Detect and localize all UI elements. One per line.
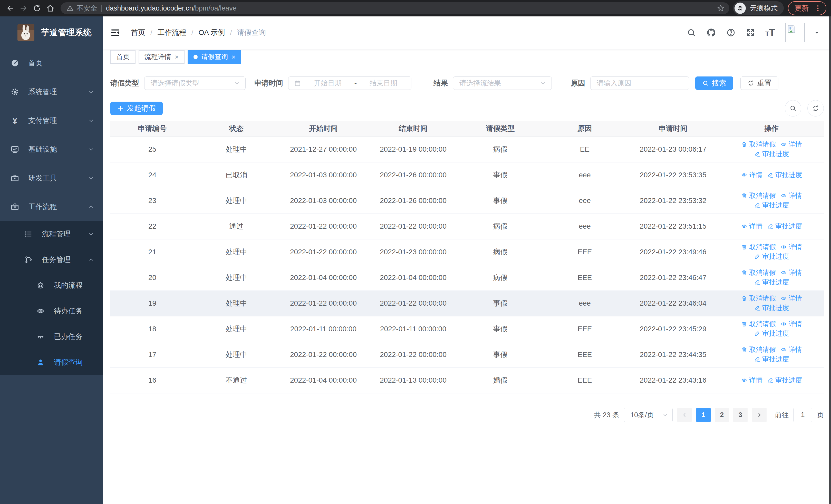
sidebar-item-infra[interactable]: 基础设施 — [0, 135, 103, 164]
progress-action-link[interactable]: 审批进度 — [754, 252, 789, 261]
cell-apply-id: 25 — [110, 137, 194, 162]
detail-action-link[interactable]: 详情 — [780, 345, 802, 354]
breadcrumb-home[interactable]: 首页 — [131, 28, 145, 37]
avatar-caret-icon[interactable] — [813, 29, 821, 36]
detail-action-link[interactable]: 详情 — [780, 191, 802, 200]
toggle-search-button[interactable] — [785, 100, 801, 117]
tab-leave-query[interactable]: 请假查询 × — [188, 50, 241, 64]
detail-action-link[interactable]: 详情 — [780, 268, 802, 277]
sidebar-item-leave-query[interactable]: 请假查询 — [0, 350, 103, 375]
refresh-table-button[interactable] — [807, 100, 824, 117]
sidebar-item-system[interactable]: 系统管理 — [0, 78, 103, 106]
fullscreen-icon[interactable] — [746, 28, 755, 37]
reason-input[interactable]: 请输入原因 — [590, 77, 689, 90]
detail-action-link[interactable]: 详情 — [741, 170, 763, 179]
window-scrollbar[interactable] — [829, 17, 831, 504]
cell-apply-id: 17 — [110, 342, 194, 367]
cancel-action-link[interactable]: 取消请假 — [741, 320, 776, 328]
cell-actions: 详情审批进度 — [719, 213, 824, 239]
leave-type-select[interactable]: 请选择请假类型 — [144, 77, 246, 90]
eye-closed-icon — [36, 333, 45, 341]
sidebar-item-process-mgmt[interactable]: 流程管理 — [0, 221, 103, 247]
browser-forward-button[interactable] — [17, 2, 30, 15]
cancel-action-link[interactable]: 取消请假 — [741, 268, 776, 277]
close-icon[interactable]: × — [231, 54, 235, 60]
sidebar-item-task-mgmt[interactable]: 任务管理 — [0, 247, 103, 272]
progress-action-link[interactable]: 审批进度 — [754, 329, 789, 338]
breadcrumb-oa-example[interactable]: OA 示例 — [199, 28, 225, 37]
reset-button[interactable]: 重置 — [740, 77, 778, 90]
cancel-action-link[interactable]: 取消请假 — [741, 242, 776, 251]
github-icon[interactable] — [706, 28, 716, 37]
page-button-2[interactable]: 2 — [715, 408, 729, 422]
cancel-action-link[interactable]: 取消请假 — [741, 191, 776, 200]
search-button[interactable]: 搜索 — [695, 77, 733, 90]
browser-back-button[interactable] — [4, 2, 17, 15]
page-button-1[interactable]: 1 — [696, 408, 711, 422]
browser-update-button[interactable]: 更新 — [788, 1, 826, 15]
help-icon[interactable] — [726, 28, 736, 37]
goto-page-input[interactable]: 1 — [793, 408, 812, 422]
sidebar-item-home[interactable]: 首页 — [0, 49, 103, 78]
leave-table: 申请编号 状态 开始时间 结束时间 请假类型 原因 申请时间 操作 25处理中2… — [110, 121, 824, 393]
cell-status: 已取消 — [194, 162, 279, 188]
cell-end-time: 2022-01-19 00:00:00 — [368, 137, 458, 162]
page-size-select[interactable]: 10条/页 — [624, 408, 672, 422]
cancel-action-link[interactable]: 取消请假 — [741, 140, 776, 149]
breadcrumb-separator: / — [192, 28, 194, 37]
reload-icon — [33, 4, 41, 12]
url-bar[interactable]: 不安全 dashboard.yudao.iocoder.cn/bpm/oa/le… — [61, 2, 729, 14]
progress-action-link[interactable]: 审批进度 — [754, 149, 789, 158]
detail-action-link[interactable]: 详情 — [780, 140, 802, 149]
omnibox-divider — [102, 5, 102, 12]
progress-action-link[interactable]: 审批进度 — [767, 222, 802, 231]
page-button-3[interactable]: 3 — [733, 408, 748, 422]
apply-time-range-picker[interactable]: 开始日期 - 结束日期 — [288, 77, 411, 90]
progress-action-link[interactable]: 审批进度 — [754, 201, 789, 210]
cancel-action-link[interactable]: 取消请假 — [741, 345, 776, 354]
create-leave-button[interactable]: 发起请假 — [110, 101, 163, 115]
result-label: 结果 — [433, 78, 448, 88]
tab-process-detail[interactable]: 流程详情 × — [139, 50, 184, 64]
progress-action-link[interactable]: 审批进度 — [754, 303, 789, 312]
sidebar-item-devtools[interactable]: 研发工具 — [0, 164, 103, 192]
sidebar-item-workflow[interactable]: 工作流程 — [0, 192, 103, 221]
browser-home-button[interactable] — [44, 2, 57, 15]
prev-page-button[interactable] — [677, 408, 692, 422]
chevron-down-icon — [233, 80, 240, 87]
progress-action-link[interactable]: 审批进度 — [754, 278, 789, 287]
cell-leave-type: 事假 — [458, 188, 543, 213]
sidebar-item-done-tasks[interactable]: 已办任务 — [0, 324, 103, 350]
progress-action-link[interactable]: 审批进度 — [767, 170, 802, 179]
browser-reload-button[interactable] — [30, 2, 44, 15]
bookmark-star-icon[interactable] — [717, 4, 725, 12]
kebab-menu-icon[interactable] — [814, 4, 822, 12]
next-page-button[interactable] — [752, 408, 767, 422]
progress-action-link[interactable]: 审批进度 — [767, 376, 802, 385]
close-icon[interactable]: × — [175, 54, 179, 60]
cell-reason: eee — [543, 291, 627, 316]
cell-start-time: 2022-01-11 00:00:00 — [279, 316, 368, 342]
sidebar-collapse-icon[interactable] — [110, 28, 120, 37]
sidebar-item-payment[interactable]: ¥ 支付管理 — [0, 106, 103, 135]
cell-reason: EE — [543, 137, 627, 162]
breadcrumb-workflow[interactable]: 工作流程 — [157, 28, 186, 37]
detail-action-link[interactable]: 详情 — [741, 222, 763, 231]
tag-tabs-bar: 首页 流程详情 × 请假查询 × — [103, 49, 831, 65]
sidebar-item-todo-tasks[interactable]: 待办任务 — [0, 298, 103, 324]
chevron-right-icon — [756, 412, 763, 418]
progress-action-link[interactable]: 审批进度 — [754, 355, 789, 364]
detail-action-link[interactable]: 详情 — [741, 376, 763, 385]
result-select[interactable]: 请选择流结果 — [453, 77, 552, 90]
sidebar-item-my-process[interactable]: 我的流程 — [0, 272, 103, 298]
avatar[interactable] — [785, 23, 805, 42]
tab-home[interactable]: 首页 — [110, 50, 136, 64]
cell-start-time: 2022-01-22 00:00:00 — [279, 239, 368, 265]
cancel-action-link[interactable]: 取消请假 — [741, 294, 776, 303]
font-size-icon[interactable]: TT — [765, 27, 775, 38]
detail-action-link[interactable]: 详情 — [780, 294, 802, 303]
detail-action-link[interactable]: 详情 — [780, 242, 802, 251]
search-icon[interactable] — [687, 28, 696, 37]
detail-action-link[interactable]: 详情 — [780, 320, 802, 328]
filter-form: 请假类型 请选择请假类型 申请时间 开始日期 - 结束日期 结果 请选择流结果 — [110, 77, 824, 90]
